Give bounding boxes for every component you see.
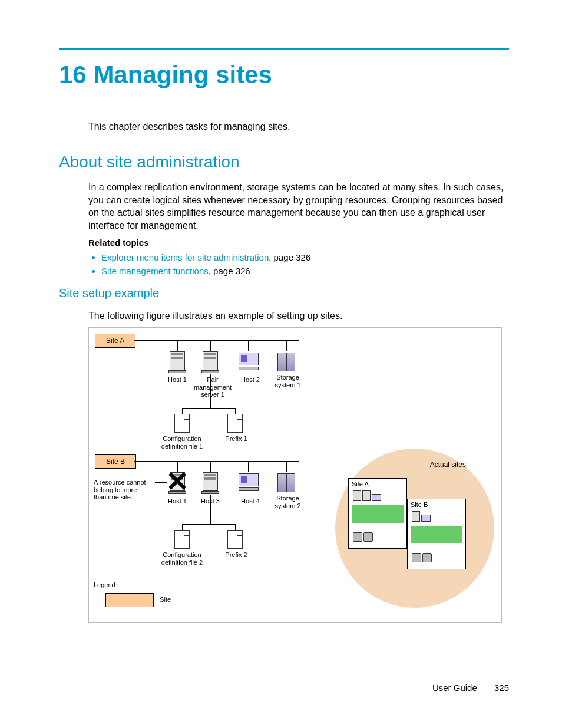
figure-site-setup: Site A Host 1 Pair management server 1 H… — [88, 327, 509, 623]
legend-site-box — [105, 593, 154, 607]
cfg2-file-icon — [174, 530, 190, 549]
pair-mgmt-icon — [203, 351, 218, 374]
section-about-body: In a complex replication environment, st… — [88, 181, 509, 232]
line — [134, 340, 299, 341]
line — [182, 408, 235, 409]
site-b-tag: Site B — [95, 454, 136, 469]
line — [235, 524, 236, 530]
host4-icon — [239, 473, 259, 491]
legend-label: Legend: — [94, 581, 117, 589]
footer-guide: User Guide — [432, 683, 477, 693]
storage1-label: Storage system 1 — [272, 374, 304, 388]
link-site-mgmt[interactable]: Site management functions — [101, 266, 209, 276]
pair-mgmt-label: Pair management server 1 — [192, 376, 233, 398]
section-setup-heading: Site setup example — [59, 286, 509, 300]
related-topics-list: Explorer menu items for site administrat… — [88, 252, 509, 276]
host1-icon — [170, 351, 185, 374]
diagram: Site A Host 1 Pair management server 1 H… — [88, 327, 502, 623]
line — [210, 461, 211, 472]
prefix2-label: Prefix 2 — [222, 551, 251, 559]
card-a-title: Site A — [352, 480, 404, 487]
actual-site-a-card: Site A — [348, 478, 407, 549]
line — [235, 408, 236, 414]
cross-icon — [167, 470, 188, 492]
host2-icon — [239, 353, 259, 370]
line — [182, 524, 183, 530]
card-b-green — [411, 526, 462, 543]
footer: User Guide 325 — [432, 683, 509, 693]
link-explorer-menu[interactable]: Explorer menu items for site administrat… — [101, 252, 269, 262]
host2-label: Host 2 — [239, 376, 262, 384]
actual-site-b-card: Site B — [407, 499, 466, 569]
host4-label: Host 4 — [239, 498, 262, 505]
storage2-label: Storage system 2 — [272, 495, 304, 509]
cfg1-file-icon — [174, 414, 190, 433]
host1-label: Host 1 — [166, 376, 189, 384]
line — [248, 340, 249, 351]
prefix1-file-icon — [227, 414, 243, 433]
line — [210, 495, 211, 524]
line — [210, 340, 211, 351]
host3-icon — [203, 472, 218, 495]
prefix2-file-icon — [227, 530, 243, 549]
cfg2-label: Configuration definition file 2 — [158, 551, 206, 566]
host1b-label: Host 1 — [166, 498, 189, 505]
line — [134, 461, 299, 462]
card-a-green — [352, 505, 404, 523]
line — [286, 461, 287, 472]
legend-site-label: : Site — [156, 596, 171, 604]
footer-page: 325 — [494, 683, 509, 693]
related-link-1: Explorer menu items for site administrat… — [101, 252, 509, 262]
cfg1-label: Configuration definition file 1 — [158, 435, 206, 450]
line — [248, 461, 249, 472]
site-a-tag: Site A — [95, 334, 135, 348]
chapter-intro: This chapter describes tasks for managin… — [88, 121, 509, 132]
line — [182, 524, 235, 525]
section-setup-body: The following figure illustrates an exam… — [88, 309, 509, 322]
line — [182, 408, 183, 414]
storage2-icon — [277, 473, 295, 492]
storage1-icon — [277, 353, 295, 371]
prefix1-label: Prefix 1 — [222, 435, 251, 443]
link-page-2: , page 326 — [209, 266, 250, 276]
related-topics-label: Related topics — [88, 238, 509, 248]
resource-note: A resource cannot belong to more than on… — [94, 479, 158, 501]
line — [286, 340, 287, 351]
chapter-title: 16 Managing sites — [59, 61, 509, 89]
top-rule — [59, 48, 509, 50]
section-about-heading: About site administration — [59, 153, 509, 172]
line — [210, 374, 211, 408]
link-page-1: , page 326 — [269, 252, 310, 262]
line — [155, 482, 167, 483]
line — [177, 340, 178, 351]
card-b-title: Site B — [411, 501, 462, 508]
actual-sites-title: Actual sites — [430, 460, 466, 469]
related-link-2: Site management functions, page 326 — [101, 266, 509, 276]
